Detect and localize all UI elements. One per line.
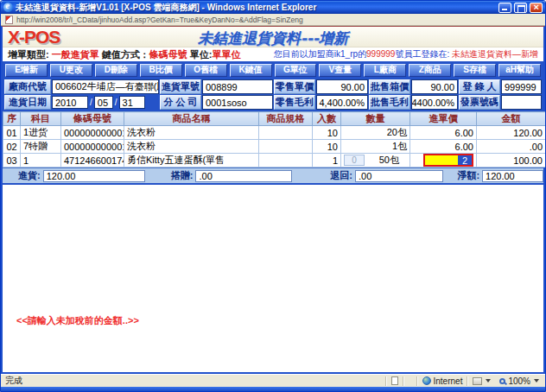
cell-product-name: 勇信Kitty五連蛋酥(單售 [124,154,259,168]
cell-quantity: 1包 [341,140,410,154]
inner-qty-box[interactable]: 0 [344,155,365,166]
wholesale-margin-input[interactable]: 4400.00% [411,95,458,110]
cell-quantity: 0 50包 [341,154,410,168]
purchase-total-label: 進貨: [18,169,41,182]
maximize-button[interactable] [514,3,527,13]
unit-value: 單單位 [213,49,241,60]
toolbar-button-save[interactable]: S存檔 [454,64,496,77]
cell-product-name: 洗衣粉 [124,126,259,140]
cell-barcode: 0000000000019 [61,126,124,140]
minimize-button[interactable] [498,3,511,13]
date-separator: / [90,98,92,107]
toolbar-button-add[interactable]: E增新 [5,64,48,77]
cell-unit-price: 6.00 [410,126,477,140]
vendor-code-input[interactable]: 006602牛埔店—有臺聯(股 [52,79,159,94]
toolbar-button-check-qty[interactable]: V查量 [319,64,361,77]
cell-spec [259,154,313,168]
compat-view-pane[interactable] [468,376,495,387]
cell-subject: 1 [21,154,61,168]
cell-pack: 10 [313,126,341,140]
close-button[interactable] [530,3,543,13]
login-info: 您目前以加盟商ik1_rp的999999號員工登錄在: 未結進退貨資料—新增 [274,48,538,60]
purchase-total-input[interactable]: 120.00 [43,170,145,182]
order-type-label: 增單類型: [8,49,52,60]
cell-subject: 7特贈 [21,140,61,154]
xpos-logo: X-POS [8,27,60,47]
toolbar-button-vendor[interactable]: L廠商 [364,64,406,77]
date-month-input[interactable]: 05 [94,96,113,109]
input-hint-text: <<請輸入未加稅前的金額..>> [16,314,543,327]
window-title: 未結進退貨資料-新增V1.01 [X-POS 雲端商務網] - Windows … [16,2,496,14]
zoom-level: 100% [508,376,530,386]
cell-seq: 03 [3,154,21,168]
invoice-no-label: 發票號碼 [459,95,500,110]
app-banner: X-POS 未結進退貨資料---增新 [3,27,543,47]
hint-area: <<請輸入未加稅前的金額..>> [3,185,543,372]
window-bottom-edge [1,387,545,392]
chevron-down-icon [486,379,491,383]
zoom-control[interactable]: 100% [495,376,543,387]
wholesale-price-label: 批售箱價 [369,79,410,94]
gift-total-input[interactable]: .00 [195,170,292,182]
table-header-row: 序 科目 條碼母號 商品名稱 商品規格 入數 數量 進單價 金額 [3,112,546,126]
branch-input[interactable]: 0001soso [202,95,273,110]
cell-pack: 10 [313,140,341,154]
cell-amount: .00 [477,140,546,154]
cell-spec [259,126,313,140]
purchase-date-inputs: 2010 / 05 / 31 [52,95,159,110]
date-year-input[interactable]: 2010 [52,96,88,109]
net-total-input[interactable]: 120.00 [482,170,543,182]
col-header-seq: 序 [3,112,21,126]
toolbar-button-delete[interactable]: D刪除 [95,64,137,77]
col-header-amount: 金額 [477,112,546,126]
totals-bar: 進貨: 120.00 搭贈: .00 退回: .00 淨額: 120.00 [3,168,543,185]
retail-margin-input[interactable]: 4,400.00% [316,95,368,110]
key-mode-value: 條碼母號 [149,49,187,60]
toolbar-button-help[interactable]: aH幫助 [498,64,541,77]
date-day-input[interactable]: 31 [119,96,145,109]
operator-input[interactable]: 999999 [501,79,542,94]
toolbar-button-compare[interactable]: B比價 [140,64,182,77]
globe-icon [422,376,431,385]
return-total-input[interactable]: .00 [355,170,443,182]
toolbar-button-key-value[interactable]: K鍵值 [230,64,272,77]
selected-price-text: 2 [458,155,472,165]
col-header-product-name: 商品名稱 [124,112,259,126]
cell-barcode: 0000000000019 [61,140,124,154]
operator-label: 登 錄 人 [459,79,500,94]
order-no-input[interactable]: 008899 [202,79,273,94]
date-separator: / [115,98,117,107]
cell-unit-price: 6.00 [410,140,477,154]
retail-margin-label: 零售毛利 [274,95,315,110]
status-bar: 完成 Internet 100% [1,374,545,387]
table-row-active: 03 1 4712466001748 勇信Kitty五連蛋酥(單售 1 0 50… [3,154,546,168]
toolbar-button-edit[interactable]: U更改 [50,64,92,77]
wholesale-price-input[interactable]: 90.00 [411,79,458,94]
info-row: 增單類型: 一般進貨單 鍵值方式：條碼母號 單位:單單位 您目前以加盟商ik1_… [3,47,543,61]
statusbar-empty-pane [404,376,416,387]
vendor-code-label: 廠商代號 [4,79,51,94]
titlebar[interactable]: 未結進退貨資料-新增V1.01 [X-POS 雲端商務網] - Windows … [1,1,545,14]
cell-amount: 100.00 [477,154,546,168]
cell-amount: 120.00 [477,126,546,140]
retail-price-input[interactable]: 90.00 [316,79,368,94]
toolbar-button-old-file[interactable]: O舊檔 [185,64,227,77]
gift-total-label: 搭贈: [171,169,194,182]
qty-text: 50包 [379,154,407,167]
key-mode-label: 鍵值方式： [99,49,149,60]
unit-price-input[interactable]: 2 [423,154,473,167]
toolbar-button-unit[interactable]: G單位 [275,64,317,77]
items-table: 序 科目 條碼母號 商品名稱 商品規格 入數 數量 進單價 金額 01 1进货 … [3,111,546,168]
cell-pack: 1 [313,154,341,168]
toolbar: E增新 U更改 D刪除 B比價 O舊檔 K鍵值 G單位 V查量 L廠商 Z商品 … [3,61,543,79]
purchase-date-label: 進貨日期 [4,95,51,110]
table-row: 01 1进货 0000000000019 洗衣粉 10 20包 6.00 120… [3,126,546,140]
invoice-no-input[interactable] [501,95,542,110]
browser-window: 未結進退貨資料-新增V1.01 [X-POS 雲端商務網] - Windows … [0,0,546,392]
toolbar-button-product[interactable]: Z商品 [409,64,451,77]
page-title: 未結進退貨資料---增新 [3,27,543,48]
form-area: 廠商代號 006602牛埔店—有臺聯(股 進貨單號 008899 零售單價 90… [3,79,543,111]
col-header-spec: 商品規格 [259,112,313,126]
login-prefix: 您目前以加盟商ik1_rp的 [274,49,366,59]
address-url[interactable]: http://win2008/tr/I_CData/jinhuoAdd.asp?… [16,16,303,24]
